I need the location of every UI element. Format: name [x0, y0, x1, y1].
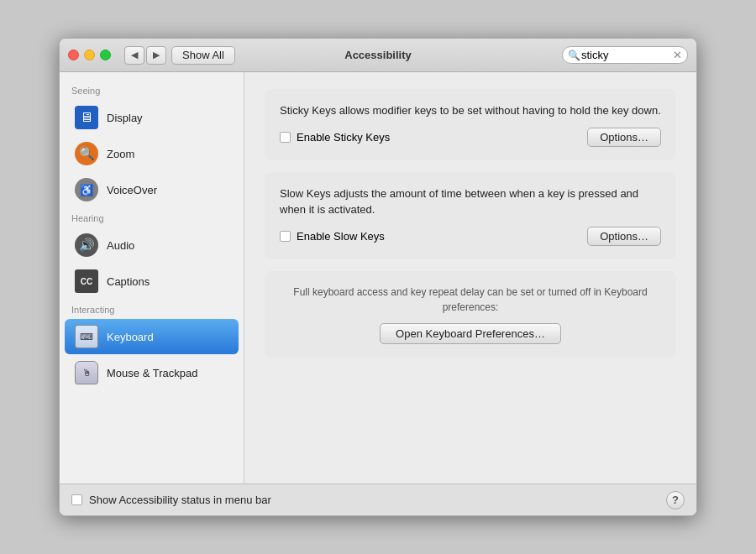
sticky-keys-option-row: Enable Sticky Keys Options… [280, 128, 661, 147]
slow-keys-section: Slow Keys adjusts the amount of time bet… [265, 172, 676, 259]
sidebar-item-label: Zoom [107, 148, 134, 160]
sidebar-item-label: Keyboard [107, 331, 154, 343]
display-icon: 🖥 [73, 104, 100, 131]
slow-keys-options-button[interactable]: Options… [587, 227, 661, 246]
keyboard-prefs-note: Full keyboard access and key repeat dela… [280, 285, 661, 315]
mouse-icon: 🖱 [73, 359, 100, 386]
search-box: 🔍 ✕ [562, 46, 688, 64]
forward-button[interactable]: ▶ [146, 46, 166, 65]
sidebar-item-label: VoiceOver [107, 184, 157, 196]
sidebar-section-seeing: Seeing [60, 81, 244, 99]
sticky-keys-checkbox-row: Enable Sticky Keys [280, 131, 390, 144]
sidebar-item-label: Mouse & Trackpad [107, 367, 197, 379]
window-title: Accessibility [344, 49, 412, 61]
content-area: Seeing 🖥 Display 🔍 Zoom ♿ VoiceOver [60, 72, 696, 483]
back-button[interactable]: ◀ [124, 46, 144, 65]
traffic-lights [68, 50, 111, 60]
sidebar-section-interacting: Interacting [60, 300, 244, 318]
search-input[interactable] [562, 46, 688, 64]
voiceover-icon: ♿ [73, 176, 100, 203]
sticky-keys-label: Enable Sticky Keys [297, 131, 390, 144]
nav-buttons: ◀ ▶ [124, 46, 166, 65]
search-clear-icon[interactable]: ✕ [673, 49, 682, 61]
status-bar-checkbox[interactable] [71, 494, 82, 505]
sidebar-item-zoom[interactable]: 🔍 Zoom [65, 136, 239, 171]
sidebar-item-label: Display [107, 112, 143, 124]
sidebar: Seeing 🖥 Display 🔍 Zoom ♿ VoiceOver [60, 72, 244, 483]
sticky-keys-description: Sticky Keys allows modifier keys to be s… [280, 102, 661, 119]
sticky-keys-checkbox[interactable] [280, 132, 291, 143]
search-icon: 🔍 [568, 50, 580, 61]
sidebar-section-hearing: Hearing [60, 208, 244, 227]
bottom-bar: Show Accessibility status in menu bar ? [60, 483, 696, 515]
captions-icon: CC [73, 268, 100, 295]
sidebar-item-mouse[interactable]: 🖱 Mouse & Trackpad [65, 355, 239, 390]
maximize-button[interactable] [100, 50, 111, 60]
sidebar-item-captions[interactable]: CC Captions [65, 264, 239, 299]
sidebar-item-audio[interactable]: 🔊 Audio [65, 227, 239, 263]
slow-keys-label: Enable Slow Keys [297, 230, 385, 243]
keyboard-prefs-section: Full keyboard access and key repeat dela… [265, 271, 676, 358]
main-panel: Sticky Keys allows modifier keys to be s… [244, 72, 696, 483]
sticky-keys-options-button[interactable]: Options… [587, 128, 661, 147]
slow-keys-description: Slow Keys adjusts the amount of time bet… [280, 186, 661, 218]
accessibility-window: ◀ ▶ Show All Accessibility 🔍 ✕ Seeing 🖥 … [59, 38, 697, 516]
sticky-keys-section: Sticky Keys allows modifier keys to be s… [265, 89, 676, 160]
open-keyboard-prefs-button[interactable]: Open Keyboard Preferences… [380, 323, 561, 344]
slow-keys-option-row: Enable Slow Keys Options… [280, 227, 661, 246]
sidebar-item-keyboard[interactable]: ⌨ Keyboard [65, 319, 239, 354]
sidebar-item-voiceover[interactable]: ♿ VoiceOver [65, 172, 239, 207]
sidebar-item-label: Captions [107, 275, 150, 288]
close-button[interactable] [68, 50, 79, 60]
sidebar-item-display[interactable]: 🖥 Display [65, 100, 239, 135]
audio-icon: 🔊 [73, 232, 100, 259]
zoom-icon: 🔍 [73, 140, 100, 167]
slow-keys-checkbox[interactable] [280, 231, 291, 242]
sidebar-item-label: Audio [107, 239, 134, 252]
slow-keys-checkbox-row: Enable Slow Keys [280, 230, 385, 243]
show-all-button[interactable]: Show All [171, 46, 235, 65]
keyboard-icon: ⌨ [73, 323, 100, 350]
minimize-button[interactable] [84, 50, 95, 60]
help-button[interactable]: ? [666, 491, 685, 510]
titlebar: ◀ ▶ Show All Accessibility 🔍 ✕ [60, 39, 696, 72]
status-bar-label: Show Accessibility status in menu bar [89, 494, 271, 506]
